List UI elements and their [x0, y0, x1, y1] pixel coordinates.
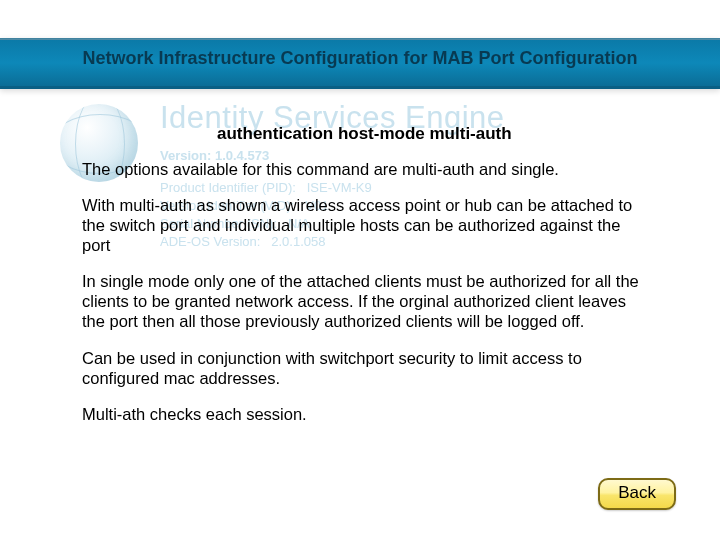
paragraph-1: The options available for this command a…: [82, 159, 652, 179]
slide: Network Infrastructure Configuration for…: [0, 0, 720, 540]
paragraph-4: Can be used in conjunction with switchpo…: [82, 348, 652, 388]
content-area: authentication host-mode multi-auth The …: [82, 124, 652, 440]
paragraph-3: In single mode only one of the attached …: [82, 271, 652, 331]
paragraph-5: Multi-ath checks each session.: [82, 404, 652, 424]
command-line: authentication host-mode multi-auth: [82, 124, 652, 145]
paragraph-2: With multi-auth as shown a wireless acce…: [82, 195, 652, 255]
back-button[interactable]: Back: [598, 478, 676, 510]
slide-title: Network Infrastructure Configuration for…: [0, 48, 720, 69]
